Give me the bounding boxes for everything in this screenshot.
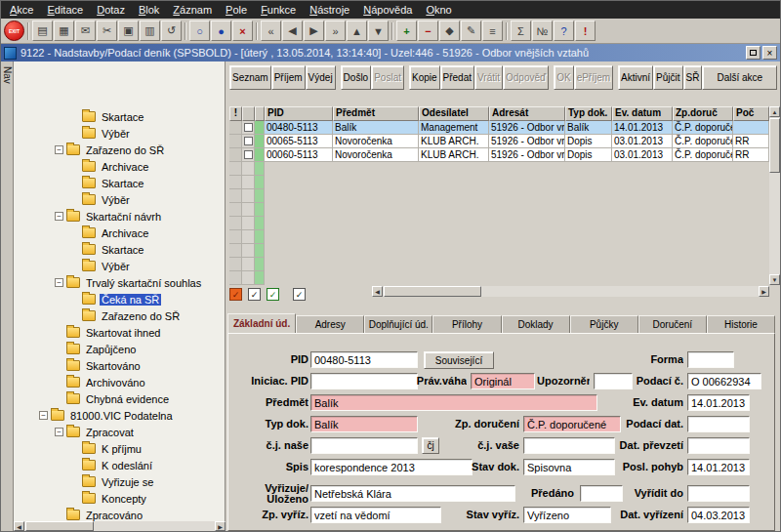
scroll-left-icon[interactable]: ◀ xyxy=(14,521,24,531)
enter-query-icon[interactable]: ○ xyxy=(189,20,210,41)
cancel-query-icon[interactable]: × xyxy=(232,20,253,41)
tree-item[interactable]: Výběr xyxy=(14,258,225,274)
about-icon[interactable]: ! xyxy=(575,20,596,41)
tree-item[interactable]: Výběr xyxy=(14,191,225,208)
tree-item[interactable]: K příjmu xyxy=(14,440,225,457)
tab-adresy[interactable]: Adresy xyxy=(296,315,364,333)
nav-tab[interactable]: Nav xyxy=(2,66,13,84)
first-record-icon[interactable]: « xyxy=(261,20,281,41)
table-row-selected[interactable]: 00480-5113 Balík Management 51926 - Odbo… xyxy=(229,121,769,135)
pujcit-button[interactable]: Půjčit xyxy=(653,65,682,90)
menu-akce[interactable]: Akce xyxy=(3,3,40,17)
iniciac-pid-field[interactable] xyxy=(310,373,418,389)
legend-checkbox-green[interactable]: ✓ xyxy=(267,288,279,301)
undo-icon[interactable]: ↺ xyxy=(161,20,182,41)
menu-nastroje[interactable]: Nástroje xyxy=(303,3,356,17)
tree-item[interactable]: −Zařazeno do SŘ xyxy=(14,142,225,158)
table-horizontal-scrollbar[interactable]: ◀ ▶ xyxy=(372,286,769,297)
menu-editace[interactable]: Editace xyxy=(40,3,90,17)
menu-pole[interactable]: Pole xyxy=(219,3,254,17)
tree-item[interactable]: Vyřizuje se xyxy=(14,473,225,490)
prev-record-icon[interactable]: ◀ xyxy=(282,20,303,41)
next-record-icon[interactable]: ▶ xyxy=(304,20,324,41)
tree-item[interactable]: −Trvalý skartační souhlas xyxy=(14,274,225,291)
tree-item[interactable]: −81000.VIC Podatelna xyxy=(14,407,225,424)
tab-doruceni[interactable]: Doručení xyxy=(638,315,707,333)
predano-field[interactable] xyxy=(580,485,623,502)
list-values-icon[interactable]: ≡ xyxy=(482,20,503,41)
next-block-icon[interactable]: ▼ xyxy=(368,20,389,41)
scroll-up-icon[interactable]: ▲ xyxy=(769,106,780,117)
seznam-button[interactable]: Seznam xyxy=(229,65,271,90)
tree-item[interactable]: Chybná evidence xyxy=(14,390,225,407)
sr-button[interactable]: SŘ xyxy=(683,65,703,90)
vyrizuje-field[interactable] xyxy=(310,485,515,502)
menu-blok[interactable]: Blok xyxy=(132,3,166,17)
table-vertical-scrollbar[interactable]: ▲ ▼ xyxy=(769,106,780,285)
tree-item[interactable]: Archivace xyxy=(14,158,225,175)
zp-doruceni-field[interactable] xyxy=(523,416,621,432)
print-icon[interactable]: ▦ xyxy=(54,20,74,41)
tree-item[interactable]: Zapůjčeno xyxy=(14,341,225,357)
table-row[interactable]: 00065-5113 Novoročenka KLUB ARCH. 51926 … xyxy=(229,135,769,148)
copy-icon[interactable]: ▣ xyxy=(118,20,139,41)
scroll-left-icon[interactable]: ◀ xyxy=(372,286,383,297)
predat-button[interactable]: Předat xyxy=(440,65,474,90)
window-close-button[interactable]: × xyxy=(762,46,777,60)
ev-datum-field[interactable] xyxy=(687,394,750,411)
cj-button[interactable]: čj xyxy=(422,437,439,454)
prav-vaha-field[interactable] xyxy=(471,373,535,389)
tab-doklady[interactable]: Doklady xyxy=(502,315,570,333)
menu-dotaz[interactable]: Dotaz xyxy=(90,3,132,17)
dalsi-akce-button[interactable]: Další akce xyxy=(702,65,777,90)
stav-vyriz-field[interactable] xyxy=(523,507,611,523)
tree-item[interactable]: Skartace xyxy=(14,241,225,258)
exit-icon[interactable]: EXIT xyxy=(4,20,24,41)
prev-block-icon[interactable]: ▲ xyxy=(347,20,367,41)
tree-item-selected[interactable]: Čeká na SŘ xyxy=(14,291,225,307)
lock-record-icon[interactable]: ◆ xyxy=(439,20,460,41)
legend-checkbox-white[interactable]: ✓ xyxy=(248,288,261,301)
tree-item[interactable]: −Skartační návrh xyxy=(14,208,225,225)
tree-item[interactable]: Archivace xyxy=(14,225,225,241)
edit-icon[interactable]: ✎ xyxy=(461,20,481,41)
sum-icon[interactable]: Σ xyxy=(511,20,531,41)
cj-vase-field[interactable] xyxy=(523,437,615,454)
tree-item[interactable]: Zařazeno do SŘ xyxy=(14,307,225,324)
tree-item[interactable]: Skartovat ihned xyxy=(14,324,225,341)
tree-item[interactable]: −Zpracovat xyxy=(14,424,225,440)
menu-napoveda[interactable]: Nápověda xyxy=(356,3,419,17)
tree-item[interactable]: K odeslání xyxy=(14,457,225,473)
podaci-dat-field[interactable] xyxy=(687,416,750,432)
vydej-button[interactable]: Výdej xyxy=(306,65,336,90)
typ-dok-field[interactable] xyxy=(310,416,418,432)
scroll-right-icon[interactable]: ▶ xyxy=(215,521,226,531)
predmet-field[interactable] xyxy=(310,394,597,411)
tree-item[interactable]: Skartace xyxy=(14,175,225,191)
tree-item[interactable]: Skartováno xyxy=(14,357,225,374)
row-checkbox[interactable] xyxy=(242,135,255,148)
tab-doplnujici-udaje[interactable]: Doplňující úd. xyxy=(364,315,432,333)
prijem-button[interactable]: Příjem xyxy=(271,65,306,90)
tree-expander-icon[interactable]: − xyxy=(55,428,63,436)
dat-vyrizeni-field[interactable] xyxy=(687,507,750,523)
row-checkbox[interactable] xyxy=(242,121,255,135)
kopie-button[interactable]: Kopie xyxy=(409,65,440,90)
tree-item[interactable]: Zpracováno xyxy=(14,507,225,521)
execute-query-icon[interactable]: ● xyxy=(211,20,231,41)
tree-item[interactable]: Koncepty xyxy=(14,490,225,507)
mail-icon[interactable]: ✉ xyxy=(75,20,96,41)
doslo-button[interactable]: Došlo xyxy=(341,65,372,90)
dat-prevzeti-field[interactable] xyxy=(687,437,750,454)
scroll-down-icon[interactable]: ▼ xyxy=(769,274,780,285)
menu-funkce[interactable]: Funkce xyxy=(254,3,303,17)
help-icon[interactable]: ? xyxy=(554,20,574,41)
tab-prilohy[interactable]: Přílohy xyxy=(432,315,501,333)
forma-field[interactable] xyxy=(687,351,734,368)
zp-vyriz-field[interactable] xyxy=(310,507,441,523)
vyridit-do-field[interactable] xyxy=(687,485,750,502)
cut-icon[interactable]: ✂ xyxy=(97,20,117,41)
tree-item[interactable]: Archivováno xyxy=(14,374,225,390)
count-icon[interactable]: № xyxy=(532,20,553,41)
legend-checkbox-plain[interactable]: ✓ xyxy=(293,288,306,301)
